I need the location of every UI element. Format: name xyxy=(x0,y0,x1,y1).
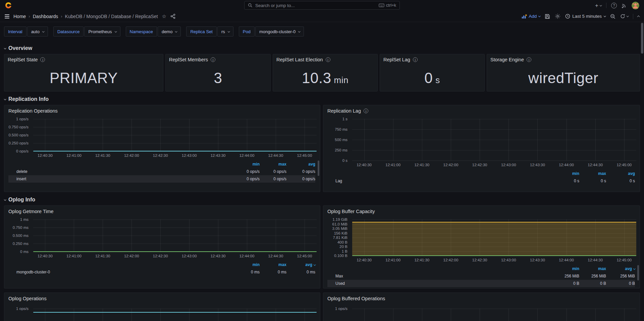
plot-area xyxy=(352,219,636,256)
variable-value-dropdown[interactable]: demo xyxy=(158,26,181,37)
star-icon[interactable]: ☆ xyxy=(162,13,166,19)
legend-scrollbar-thumb[interactable] xyxy=(637,265,639,280)
info-icon[interactable]: i xyxy=(527,57,531,62)
x-axis-tick: 12:40:30 xyxy=(357,163,372,167)
gridline xyxy=(480,119,480,160)
gridline xyxy=(624,309,625,321)
x-axis-tick: 12:42:00 xyxy=(443,258,459,262)
panel-title[interactable]: Oplog Operations xyxy=(4,293,320,301)
variable-label: Replica Set xyxy=(186,26,216,37)
page-scrollbar[interactable] xyxy=(641,22,643,320)
x-axis-tick: 12:43:00 xyxy=(182,153,197,157)
y-axis-tick: 0.500 ms xyxy=(13,234,29,238)
legend-series-label[interactable]: Used xyxy=(335,281,552,286)
news-button[interactable] xyxy=(622,3,627,8)
x-axis-tick: 12:45:00 xyxy=(616,163,632,167)
menu-toggle-icon[interactable] xyxy=(4,14,10,19)
legend-sort-min[interactable]: min xyxy=(552,171,579,176)
gridline xyxy=(247,309,247,321)
legend-sort-min[interactable]: min xyxy=(233,162,260,167)
add-panel-button[interactable]: Add xyxy=(522,14,540,19)
info-icon[interactable]: i xyxy=(413,57,418,62)
panel-oplog-operations: Oplog Operations1 ops/s xyxy=(4,293,320,321)
help-button[interactable]: ? xyxy=(611,3,617,8)
legend-sort-max[interactable]: max xyxy=(579,266,606,271)
legend-series-label[interactable]: delete xyxy=(16,169,233,174)
chevron-down-icon xyxy=(4,98,6,100)
section-overview[interactable]: Overview xyxy=(4,45,640,51)
legend-sort-avg[interactable]: avg xyxy=(606,266,635,271)
info-icon[interactable]: i xyxy=(326,57,330,62)
info-icon[interactable]: i xyxy=(364,109,368,113)
legend-scrollbar-thumb[interactable] xyxy=(318,160,319,176)
panel-oplog-buffered-operations: Oplog Buffered Operations1 ops/s xyxy=(323,293,640,321)
dashboard-settings-icon[interactable] xyxy=(555,13,560,19)
gridline xyxy=(189,309,190,321)
panel-title[interactable]: Oplog Buffer Capacity xyxy=(323,206,640,214)
x-axis-tick: 12:41:30 xyxy=(414,258,429,262)
section-oplog-info[interactable]: Oplog Info xyxy=(4,197,640,203)
chevron-down-icon xyxy=(227,30,230,33)
refresh-button[interactable] xyxy=(620,14,628,19)
info-icon[interactable]: i xyxy=(40,57,45,62)
legend-sort-min[interactable]: min xyxy=(233,262,260,267)
legend-value: 0 ms xyxy=(233,270,260,274)
new-button[interactable]: + xyxy=(595,3,601,8)
x-axis-tick: 12:43:00 xyxy=(182,254,197,258)
variable-value-dropdown[interactable]: mongodb-cluster-0 xyxy=(255,26,304,37)
page-scrollbar-thumb[interactable] xyxy=(641,23,643,54)
breadcrumb-separator: › xyxy=(29,14,30,19)
panel-title-text: Oplog Buffer Capacity xyxy=(327,209,375,214)
variable-value-dropdown[interactable]: rs xyxy=(217,26,233,37)
breadcrumb-item[interactable]: Dashboards xyxy=(33,14,58,19)
legend-sort-max[interactable]: max xyxy=(260,262,286,267)
legend-sort-max[interactable]: max xyxy=(260,162,286,167)
gridline xyxy=(218,119,218,151)
zoom-out-button[interactable] xyxy=(610,14,615,19)
legend-sort-min[interactable]: min xyxy=(552,266,579,271)
variable-value-dropdown[interactable]: Prometheus xyxy=(84,26,120,37)
y-axis-tick: 1 B xyxy=(342,249,347,253)
y-axis-tick: 500 ms xyxy=(335,138,347,142)
legend-series-label[interactable]: Lag xyxy=(335,179,552,183)
legend-row: delete0 ops/s0 ops/s0 ops/s xyxy=(8,168,315,175)
legend-sort-avg[interactable]: avg xyxy=(286,262,315,267)
legend-sort-avg[interactable]: avg xyxy=(286,162,315,167)
legend: minmaxavgLag0 s0 s0 s xyxy=(323,169,640,187)
save-dashboard-button[interactable] xyxy=(545,14,550,19)
legend-series-label[interactable]: mongodb-cluster-0 xyxy=(16,270,233,274)
legend-series-label[interactable]: Max xyxy=(335,274,552,278)
stat-value-text: wiredTiger xyxy=(528,70,598,86)
x-axis-tick: 12:44:00 xyxy=(239,254,255,258)
gridline xyxy=(33,219,317,220)
legend-sort-avg[interactable]: avg xyxy=(606,171,635,176)
legend-row: Lag0 s0 s0 s xyxy=(327,177,635,185)
panel-title[interactable]: Oplog Getmore Time xyxy=(4,206,320,214)
panel-title[interactable]: Replication Operations xyxy=(4,105,320,114)
variable-pod: Podmongodb-cluster-0 xyxy=(239,26,304,37)
gridline xyxy=(103,219,103,252)
legend-value: 0 B xyxy=(552,281,579,286)
panel-title[interactable]: Oplog Buffered Operations xyxy=(323,293,640,301)
collapse-nav-icon[interactable] xyxy=(637,15,640,18)
section-replication-info[interactable]: Replication Info xyxy=(4,96,640,102)
user-avatar[interactable] xyxy=(632,2,639,9)
x-axis-tick: 12:44:30 xyxy=(588,258,603,262)
variable-value-dropdown[interactable]: auto xyxy=(27,26,48,37)
time-range-label: Last 5 minutes xyxy=(572,14,602,19)
info-icon[interactable]: i xyxy=(211,57,215,62)
legend-sort-max[interactable]: max xyxy=(579,171,606,176)
legend-sort-label: avg xyxy=(625,266,632,271)
panel-title[interactable]: Replication Lagi xyxy=(323,105,640,114)
gridline xyxy=(393,119,393,160)
panel-title-text: Oplog Buffered Operations xyxy=(327,296,385,301)
time-range-picker[interactable]: Last 5 minutes xyxy=(565,14,605,19)
legend-series-label[interactable]: insert xyxy=(16,177,233,181)
chevron-down-icon xyxy=(298,30,301,33)
top-bar: Search or jump to... ctrl+k + ? xyxy=(0,0,644,11)
grafana-logo-icon[interactable] xyxy=(5,2,12,9)
search-input[interactable]: Search or jump to... ctrl+k xyxy=(244,1,400,10)
share-icon[interactable] xyxy=(170,14,175,19)
x-axis-tick: 12:44:00 xyxy=(239,153,255,157)
breadcrumb-item[interactable]: Home xyxy=(13,14,26,19)
